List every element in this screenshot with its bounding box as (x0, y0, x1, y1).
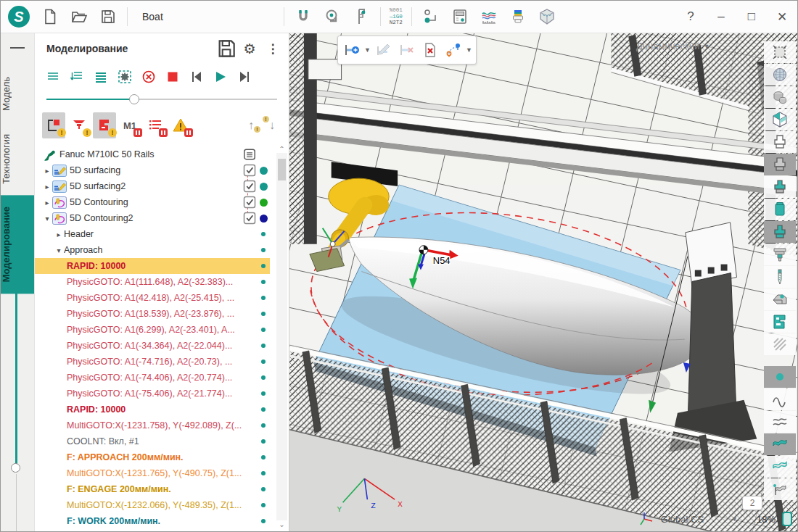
slider-thumb[interactable] (129, 94, 139, 104)
show-workpiece-button[interactable] (764, 131, 796, 153)
charts-button[interactable] (474, 3, 503, 30)
frame-mode-button[interactable] (114, 67, 135, 87)
tree-item-operation[interactable]: ▸5D Contouring (35, 194, 270, 210)
show-holder-button[interactable] (764, 221, 796, 243)
show-nozzle-button[interactable] (764, 244, 796, 265)
tree-item[interactable]: RAPID: 10000 (35, 402, 270, 417)
tree-item[interactable]: PhysicGOTO: A1(-75.406), A2(-21.774)... (35, 386, 270, 402)
show-part-button[interactable] (764, 199, 796, 220)
stop-on-error-button[interactable] (138, 67, 159, 87)
show-toolpath-light-button[interactable] (764, 456, 796, 478)
slider-thumb[interactable] (11, 463, 20, 473)
show-curve-button[interactable] (764, 388, 796, 410)
tree-item[interactable]: PhysicGOTO: A1(42.418), A2(-25.415), ... (35, 290, 270, 306)
tree-item[interactable]: COOLNT: Вкл, #1 (35, 433, 270, 449)
tree-item[interactable]: F: WORK 200мм/мин. (35, 513, 270, 529)
expander-icon[interactable]: ▸ (42, 183, 52, 191)
show-machine-button[interactable] (764, 288, 796, 310)
coordinate-system-selector[interactable]: Global CS (661, 514, 704, 525)
tree-item[interactable]: MultiGOTO:X(-1232.066), Y(-489.35), Z(1.… (35, 497, 270, 513)
show-start-point-button[interactable] (764, 478, 796, 500)
scroll-down-icon[interactable]: ⌄ (279, 520, 284, 528)
measure-tape-button[interactable] (318, 3, 347, 30)
tree-item[interactable]: RAPID: 10000 (35, 258, 270, 274)
m1-stop-filter[interactable]: M1 (118, 112, 141, 138)
part-view-button[interactable] (764, 86, 796, 108)
show-fixture-button[interactable] (764, 154, 796, 175)
show-points-button[interactable] (764, 366, 796, 388)
show-tool-button[interactable] (764, 266, 796, 288)
chevron-down-icon[interactable]: ▼ (731, 515, 738, 523)
isometric-view-button[interactable] (764, 109, 796, 130)
new-document-button[interactable] (36, 3, 65, 30)
to-end-button[interactable] (234, 67, 255, 87)
program-stop-filter[interactable] (144, 112, 167, 138)
delete-point-button[interactable] (396, 39, 418, 61)
operation-checkbox[interactable] (242, 211, 257, 225)
tree-item-operation[interactable]: ▾5D Contouring2 (35, 210, 270, 226)
viewport-3d[interactable]: N54 X Y Z (289, 33, 797, 531)
edit-point-button[interactable] (373, 39, 395, 61)
tree-item-operation[interactable]: ▸5D surfacing (35, 162, 270, 178)
warning-stop-filter[interactable] (169, 112, 192, 138)
close-button[interactable]: ✕ (767, 3, 797, 30)
settings-button[interactable]: ⚙ (238, 37, 261, 60)
more-menu-button[interactable]: ⋮ (261, 37, 284, 60)
save-simulation-button[interactable] (215, 37, 238, 60)
tree-item[interactable]: MultiGOTO:X(-1231.765), Y(-490.75), Z(1.… (35, 465, 270, 481)
tree-item[interactable]: PhysicGOTO: A1(111.648), A2(-32.383)... (35, 274, 270, 290)
machining-workflow-button[interactable] (416, 3, 445, 30)
main-menu-button[interactable] (1, 33, 34, 65)
delete-program-button[interactable] (419, 39, 441, 61)
stop-button[interactable] (162, 67, 183, 87)
tree-item[interactable]: PhysicGOTO: A1(-74.406), A2(-20.774)... (35, 370, 270, 386)
play-button[interactable] (210, 67, 231, 87)
speed-slider[interactable] (46, 99, 277, 100)
chevron-down-icon[interactable]: ▼ (466, 46, 473, 54)
save-project-button[interactable] (94, 3, 123, 30)
expander-icon[interactable]: ▸ (42, 199, 52, 207)
control-panel-button[interactable] (445, 3, 474, 30)
show-waves-button[interactable] (764, 411, 796, 433)
tree-item[interactable]: ▸Header (35, 226, 270, 242)
add-point-button[interactable] (341, 39, 363, 61)
tree-item[interactable]: MultiGOTO:X(-1231.758), Y(-492.089), Z(.… (35, 417, 270, 433)
scroll-thumb[interactable] (278, 159, 286, 180)
open-project-button[interactable] (65, 3, 94, 30)
tool-collision-filter[interactable]: ! (67, 112, 91, 138)
simulation-progress-slider[interactable] (15, 284, 17, 532)
operation-checkbox[interactable] (242, 163, 257, 178)
tree-item[interactable]: PhysicGOTO: A1(-74.716), A2(-20.73), ... (35, 354, 270, 370)
help-button[interactable]: ? (675, 3, 706, 30)
tab-technology[interactable]: Технология (1, 122, 34, 196)
expander-icon[interactable]: ▸ (54, 230, 64, 238)
marquee-select-button[interactable] (764, 41, 796, 63)
tab-model[interactable]: Модель (1, 65, 34, 122)
expander-icon[interactable]: ▾ (54, 246, 64, 254)
run-list-button[interactable] (42, 67, 63, 87)
model-3d-button[interactable] (532, 3, 562, 30)
show-stock-button[interactable] (764, 176, 796, 198)
next-error-button[interactable]: ↓! (263, 115, 281, 136)
show-hatch-button[interactable] (764, 333, 796, 355)
expander-icon[interactable]: ▾ (42, 215, 52, 223)
tree-item[interactable]: F: APPROACH 200мм/мин. (35, 449, 270, 465)
run-to-cursor-button[interactable] (66, 67, 87, 87)
tree-item-machine[interactable]: Fanuc M710IC 50 Rails (35, 146, 270, 162)
tree-item[interactable]: PhysicGOTO: A1(-34.364), A2(-22.044)... (35, 338, 270, 354)
prev-error-button[interactable]: ↑! (242, 115, 260, 136)
tab-simulation[interactable]: Моделирование (1, 195, 34, 294)
shaded-view-button[interactable] (764, 64, 796, 86)
chevron-down-icon[interactable]: ▼ (364, 46, 371, 54)
minimize-button[interactable]: – (706, 3, 736, 30)
operation-checkbox[interactable] (242, 179, 257, 194)
tree-item[interactable]: F: ENGAGE 200мм/мин. (35, 481, 270, 497)
to-start-button[interactable] (186, 67, 207, 87)
tool-stack-button[interactable] (503, 3, 532, 30)
part-collision-filter[interactable]: ! (42, 112, 65, 138)
maximize-button[interactable]: □ (736, 3, 767, 30)
run-all-button[interactable] (90, 67, 111, 87)
machine-collision-filter[interactable]: ! (93, 112, 116, 138)
tree-item-operation[interactable]: ▸5D surfacing2 (35, 178, 270, 194)
show-machine-teal-button[interactable] (764, 311, 796, 333)
